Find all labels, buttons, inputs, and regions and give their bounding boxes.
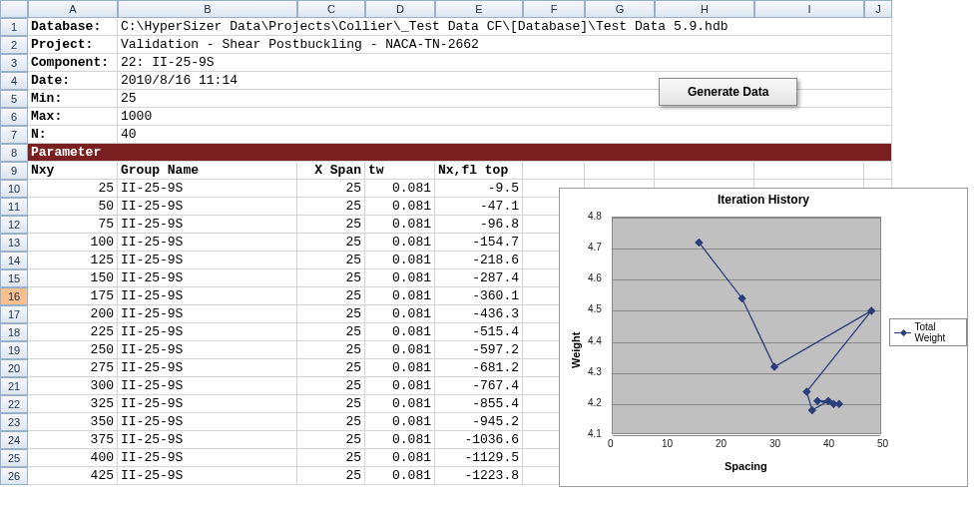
row-header-2[interactable]: 2 [0, 36, 28, 54]
table-cell[interactable]: II-25-9S [118, 323, 297, 341]
empty-cell[interactable] [754, 162, 864, 180]
table-cell[interactable]: 100 [28, 234, 118, 252]
table-cell[interactable]: 0.081 [365, 305, 435, 323]
row-header-16[interactable]: 16 [0, 287, 28, 305]
meta-value[interactable]: 1000 [118, 108, 892, 126]
row-header-24[interactable]: 24 [0, 431, 28, 449]
table-cell[interactable]: II-25-9S [118, 395, 297, 413]
empty-cell[interactable] [655, 162, 754, 180]
table-cell[interactable]: II-25-9S [118, 359, 297, 377]
table-cell[interactable]: 0.081 [365, 234, 435, 252]
row-header-22[interactable]: 22 [0, 395, 28, 413]
table-cell[interactable]: 350 [28, 413, 118, 431]
col-header-C[interactable]: C [297, 0, 365, 18]
col-group[interactable]: Group Name [118, 162, 297, 180]
col-header-D[interactable]: D [365, 0, 435, 18]
table-cell[interactable]: 0.081 [365, 287, 435, 305]
table-cell[interactable]: II-25-9S [118, 234, 297, 252]
row-header-5[interactable]: 5 [0, 90, 28, 108]
row-header-20[interactable]: 20 [0, 359, 28, 377]
table-cell[interactable]: 0.081 [365, 198, 435, 216]
table-cell[interactable]: 25 [297, 431, 365, 449]
table-cell[interactable]: 25 [297, 180, 365, 198]
table-cell[interactable]: 125 [28, 252, 118, 269]
table-cell[interactable]: -515.4 [435, 323, 523, 341]
col-header-B[interactable]: B [118, 0, 297, 18]
col-header-J[interactable]: J [864, 0, 892, 18]
row-header-19[interactable]: 19 [0, 341, 28, 359]
table-cell[interactable]: 175 [28, 287, 118, 305]
col-header-F[interactable]: F [523, 0, 585, 18]
table-cell[interactable]: -47.1 [435, 198, 523, 216]
table-cell[interactable]: 25 [297, 467, 365, 485]
table-cell[interactable]: 0.081 [365, 252, 435, 269]
row-header-25[interactable]: 25 [0, 449, 28, 467]
row-header-4[interactable]: 4 [0, 72, 28, 90]
row-header-11[interactable]: 11 [0, 198, 28, 216]
col-tw[interactable]: tw [365, 162, 435, 180]
table-cell[interactable]: 25 [297, 449, 365, 467]
table-cell[interactable]: 0.081 [365, 449, 435, 467]
table-cell[interactable]: 0.081 [365, 377, 435, 395]
table-cell[interactable]: -945.2 [435, 413, 523, 431]
table-cell[interactable]: -218.6 [435, 252, 523, 269]
table-cell[interactable]: 25 [297, 413, 365, 431]
meta-value[interactable]: Validation - Shear Postbuckling - NACA-T… [118, 36, 892, 54]
table-cell[interactable]: 25 [297, 252, 365, 269]
table-cell[interactable]: II-25-9S [118, 341, 297, 359]
table-cell[interactable]: 25 [297, 395, 365, 413]
col-header-G[interactable]: G [585, 0, 655, 18]
meta-value[interactable]: 22: II-25-9S [118, 54, 892, 72]
table-cell[interactable]: 0.081 [365, 395, 435, 413]
table-cell[interactable]: -767.4 [435, 377, 523, 395]
row-header-17[interactable]: 17 [0, 305, 28, 323]
row-header-23[interactable]: 23 [0, 413, 28, 431]
table-cell[interactable]: II-25-9S [118, 287, 297, 305]
table-cell[interactable]: 225 [28, 323, 118, 341]
col-nxfl[interactable]: Nx,fl top [435, 162, 523, 180]
table-cell[interactable]: 25 [297, 341, 365, 359]
table-cell[interactable]: -96.8 [435, 216, 523, 234]
chart-iteration-history[interactable]: Iteration History Weight Spacing Total W… [559, 188, 968, 487]
table-cell[interactable]: II-25-9S [118, 449, 297, 467]
table-cell[interactable]: -287.4 [435, 269, 523, 287]
row-header-18[interactable]: 18 [0, 323, 28, 341]
table-cell[interactable]: 325 [28, 395, 118, 413]
col-header-I[interactable]: I [754, 0, 864, 18]
row-header-15[interactable]: 15 [0, 269, 28, 287]
table-cell[interactable]: 0.081 [365, 467, 435, 485]
row-header-1[interactable]: 1 [0, 18, 28, 36]
row-header-12[interactable]: 12 [0, 216, 28, 234]
table-cell[interactable]: 25 [297, 234, 365, 252]
table-cell[interactable]: -1223.8 [435, 467, 523, 485]
table-cell[interactable]: 0.081 [365, 431, 435, 449]
table-cell[interactable]: 25 [297, 216, 365, 234]
row-header-10[interactable]: 10 [0, 180, 28, 198]
row-header-21[interactable]: 21 [0, 377, 28, 395]
table-cell[interactable]: -1129.5 [435, 449, 523, 467]
table-cell[interactable]: -597.2 [435, 341, 523, 359]
table-cell[interactable]: 0.081 [365, 323, 435, 341]
row-header-8[interactable]: 8 [0, 144, 28, 162]
empty-cell[interactable] [523, 162, 585, 180]
table-cell[interactable]: -154.7 [435, 234, 523, 252]
col-header-A[interactable]: A [28, 0, 118, 18]
table-cell[interactable]: 0.081 [365, 341, 435, 359]
table-cell[interactable]: II-25-9S [118, 467, 297, 485]
table-cell[interactable]: 275 [28, 359, 118, 377]
meta-value[interactable]: C:\HyperSizer Data\Projects\Collier\_Tes… [118, 18, 892, 36]
table-cell[interactable]: 25 [297, 287, 365, 305]
table-cell[interactable]: II-25-9S [118, 377, 297, 395]
table-cell[interactable]: 25 [28, 180, 118, 198]
table-cell[interactable]: -436.3 [435, 305, 523, 323]
table-cell[interactable]: -360.1 [435, 287, 523, 305]
table-cell[interactable]: -681.2 [435, 359, 523, 377]
table-cell[interactable]: 25 [297, 305, 365, 323]
table-cell[interactable]: 25 [297, 323, 365, 341]
generate-data-button[interactable]: Generate Data [659, 78, 797, 106]
table-cell[interactable]: 0.081 [365, 413, 435, 431]
table-cell[interactable]: 25 [297, 269, 365, 287]
table-cell[interactable]: -855.4 [435, 395, 523, 413]
table-cell[interactable]: -9.5 [435, 180, 523, 198]
row-header-13[interactable]: 13 [0, 234, 28, 252]
